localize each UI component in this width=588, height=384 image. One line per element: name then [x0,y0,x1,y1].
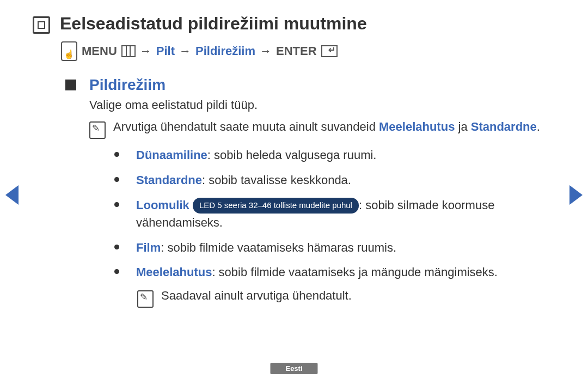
note-icon [137,290,154,308]
intro-text: Valige oma eelistatud pildi tüüp. [89,98,550,112]
breadcrumb: MENU → Pilt → Pildirežiim → ENTER [61,41,550,61]
path-arrow: → [179,44,191,58]
section-title: Pildirežiim [89,76,166,94]
option-text: sobib tavalisse keskkonda. [209,173,351,187]
hand-icon [61,41,77,61]
list-item: Standardne: sobib tavalisse keskkonda. [114,172,550,189]
menu-box-icon [121,45,136,57]
list-item: Loomulik LED 5 seeria 32–46 tolliste mud… [114,197,550,231]
section-bullet-icon [65,80,76,90]
option-text: sobib filmide vaatamiseks hämaras ruumis… [167,241,396,254]
options-list: Dünaamiline: sobib heleda valgusega ruum… [114,147,550,281]
language-badge: Eesti [270,363,317,374]
list-item: Dünaamiline: sobib heleda valgusega ruum… [114,147,550,164]
option-name: Film [136,241,161,254]
list-item: Film: sobib filmide vaatamiseks hämaras … [114,239,550,257]
option-name: Dünaamiline [136,148,207,162]
link-standardne: Standardne [471,120,537,133]
option-text: sobib filmide vaatamiseks ja mängude män… [219,265,498,279]
path-enter-label: ENTER [276,44,317,58]
title-bullet-icon [33,16,50,34]
note-text: Saadaval ainult arvutiga ühendatult. [161,289,352,303]
path-menu-label: MENU [82,44,117,58]
note-text: Arvutiga ühendatult saate muuta ainult s… [113,120,540,134]
next-page-arrow[interactable] [569,185,583,205]
option-name: Loomulik [136,198,189,212]
path-link-pildireziim: Pildirežiim [195,44,255,58]
note-pc-only: Saadaval ainult arvutiga ühendatult. [137,289,550,308]
option-name: Meelelahutus [136,265,212,279]
model-pill: LED 5 seeria 32–46 tolliste mudelite puh… [193,198,359,214]
list-item: Meelelahutus: sobib filmide vaatamiseks … [114,264,550,281]
option-name: Standardne [136,173,202,187]
option-text: sobib heleda valgusega ruumi. [214,148,376,162]
note-icon [89,121,106,139]
path-arrow: → [260,44,272,58]
path-arrow: → [140,44,152,58]
page-title: Eelseadistatud pildirežiimi muutmine [60,14,367,34]
path-link-pilt: Pilt [156,44,175,58]
note-pc-connection: Arvutiga ühendatult saate muuta ainult s… [89,120,550,139]
link-meelelahutus: Meelelahutus [379,120,455,133]
enter-box-icon [321,45,338,57]
prev-page-arrow[interactable] [5,185,19,205]
